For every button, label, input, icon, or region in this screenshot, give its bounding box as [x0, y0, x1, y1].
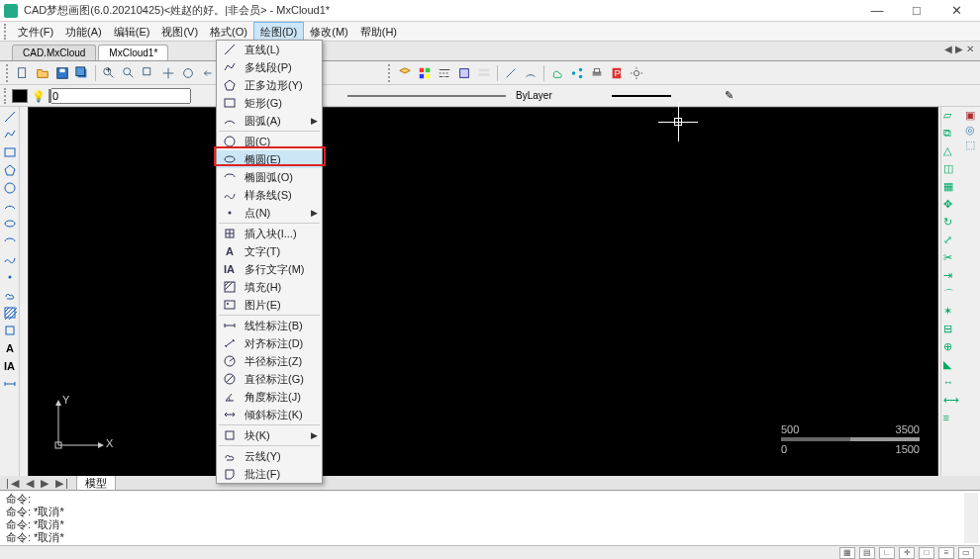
polyline-tool[interactable]	[2, 127, 18, 142]
spline-tool[interactable]	[2, 251, 18, 267]
snap-toggle[interactable]: ▦	[839, 547, 855, 559]
menu-item-rect[interactable]: 矩形(G)	[217, 94, 322, 112]
menu-item-arc[interactable]: 圆弧(A)▶	[217, 112, 322, 130]
circle-tool[interactable]	[2, 180, 18, 196]
cloud-button[interactable]	[548, 64, 566, 82]
polygon-tool[interactable]	[2, 162, 18, 178]
share-button[interactable]	[568, 64, 586, 82]
text-tool[interactable]: A	[2, 340, 18, 356]
cloud-tool[interactable]	[2, 287, 18, 303]
menu-item-line[interactable]: 直线(L)	[217, 41, 322, 58]
ellipse-tool[interactable]	[2, 216, 18, 232]
ellipsearc-tool[interactable]	[2, 233, 18, 249]
menu-item-dimdia[interactable]: 直径标注(G)	[217, 370, 322, 388]
save-button[interactable]	[53, 64, 71, 82]
menu-item-mtext[interactable]: IA多行文字(M)	[217, 260, 322, 278]
doctab-2[interactable]: MxCloud1*	[98, 45, 168, 60]
menu-item-block[interactable]: 插入块(I...)	[217, 225, 322, 242]
menu-item-dimobl[interactable]: 倾斜标注(K)	[217, 406, 322, 423]
mirror-tool[interactable]: △	[943, 144, 959, 160]
chamfer-tool[interactable]: ◣	[943, 358, 959, 374]
scale-tool[interactable]: ⤢	[943, 233, 959, 249]
offset-tool[interactable]: ◫	[943, 162, 959, 178]
hatch-tool[interactable]	[2, 305, 18, 321]
props-button[interactable]	[475, 64, 493, 82]
menu-view[interactable]: 视图(V)	[155, 22, 204, 42]
break-tool[interactable]: ⊟	[943, 323, 959, 338]
lineweight-preview[interactable]	[562, 93, 721, 99]
rotate-tool[interactable]: ↻	[943, 216, 959, 232]
extra-2[interactable]: ◎	[965, 124, 975, 137]
lwt-toggle[interactable]: ≡	[938, 547, 954, 559]
block-tool[interactable]	[2, 323, 18, 338]
block-button[interactable]	[455, 64, 473, 82]
dyn-toggle[interactable]: ▭	[958, 547, 974, 559]
menu-item-image[interactable]: 图片(E)	[217, 296, 322, 314]
arc-tool[interactable]	[2, 198, 18, 214]
measure-button[interactable]	[502, 64, 520, 82]
point-tool[interactable]	[2, 269, 18, 285]
ortho-toggle[interactable]: ∟	[879, 547, 895, 559]
color-button[interactable]	[416, 64, 434, 82]
menu-item-cloud[interactable]: 云线(Y)	[217, 447, 322, 465]
menu-item-dimalign[interactable]: 对齐标注(D)	[217, 334, 322, 352]
close-button[interactable]: ✕	[936, 0, 976, 22]
print-button[interactable]	[588, 64, 606, 82]
zoomwin-button[interactable]	[140, 64, 157, 82]
saveall-button[interactable]	[73, 64, 91, 82]
zoomext-button[interactable]	[179, 64, 197, 82]
menu-item-polyline[interactable]: 多线段(P)	[217, 58, 322, 76]
minimize-button[interactable]: —	[857, 0, 897, 22]
menu-edit[interactable]: 编辑(E)	[108, 22, 156, 42]
zoomout-button[interactable]	[120, 64, 138, 82]
linetype-preview[interactable]	[347, 93, 506, 99]
menu-item-ellipse[interactable]: 椭圆(E)	[217, 150, 322, 168]
menu-format[interactable]: 格式(O)	[204, 22, 253, 42]
command-window[interactable]: 命令: 命令: *取消* 命令: *取消* 命令: *取消* 命令:	[0, 490, 980, 545]
model-tab[interactable]: 模型	[76, 476, 116, 491]
drawing-canvas[interactable]: Y X 5003500 01500	[28, 107, 938, 478]
menu-modify[interactable]: 修改(M)	[304, 22, 354, 42]
rect-tool[interactable]	[2, 144, 18, 160]
doctab-1[interactable]: CAD.MxCloud	[12, 45, 96, 60]
menu-help[interactable]: 帮助(H)	[354, 22, 403, 42]
menu-func[interactable]: 功能(A)	[59, 22, 108, 42]
line-tool[interactable]	[2, 109, 18, 125]
fillet-tool[interactable]: ⌒	[943, 287, 959, 303]
grid-toggle[interactable]: ▤	[859, 547, 875, 559]
menu-item-note[interactable]: 批注(F)	[217, 465, 322, 483]
maximize-button[interactable]: □	[897, 0, 936, 22]
array-tool[interactable]: ▦	[943, 180, 959, 196]
menu-file[interactable]: 文件(F)	[12, 22, 59, 42]
arc-tool-button[interactable]	[522, 64, 539, 82]
pdf-button[interactable]: PDF	[608, 64, 626, 82]
zoomin-button[interactable]: +	[100, 64, 118, 82]
copy-tool[interactable]: ⧉	[943, 127, 959, 142]
linetype-button[interactable]	[436, 64, 453, 82]
brush-icon[interactable]: ✎	[725, 89, 734, 102]
extend-tool[interactable]: ⇥	[943, 269, 959, 285]
menu-item-ellipsearc[interactable]: 椭圆弧(O)	[217, 168, 322, 186]
menu-item-polygon[interactable]: 正多边形(Y)	[217, 76, 322, 94]
polar-toggle[interactable]: ✛	[899, 547, 915, 559]
layer-button[interactable]	[396, 64, 414, 82]
menu-item-blockdef[interactable]: 块(K)▶	[217, 426, 322, 444]
doctab-nav[interactable]: ◀ ▶ ✕	[944, 44, 974, 54]
linetype-select[interactable]: ByLayer	[516, 90, 552, 101]
new-button[interactable]	[14, 64, 32, 82]
extra-1[interactable]: ▣	[965, 109, 975, 122]
menu-item-point[interactable]: 点(N)▶	[217, 204, 322, 222]
layout-nav[interactable]: |◀ ◀ ▶ ▶|	[6, 477, 70, 490]
mtext-tool[interactable]: IA	[2, 358, 18, 374]
open-button[interactable]	[34, 64, 51, 82]
layer-select[interactable]	[50, 88, 191, 104]
erase-tool[interactable]: ▱	[943, 109, 959, 125]
menu-draw[interactable]: 绘图(D)	[253, 22, 304, 42]
menu-item-text[interactable]: A文字(T)	[217, 242, 322, 260]
pan-button[interactable]	[159, 64, 177, 82]
move-tool[interactable]: ✥	[943, 198, 959, 214]
menu-item-spline[interactable]: 样条线(S)	[217, 186, 322, 204]
scrollbar[interactable]	[964, 493, 978, 543]
menu-item-hatch[interactable]: 填充(H)	[217, 278, 322, 296]
trim-tool[interactable]: ✂	[943, 251, 959, 267]
